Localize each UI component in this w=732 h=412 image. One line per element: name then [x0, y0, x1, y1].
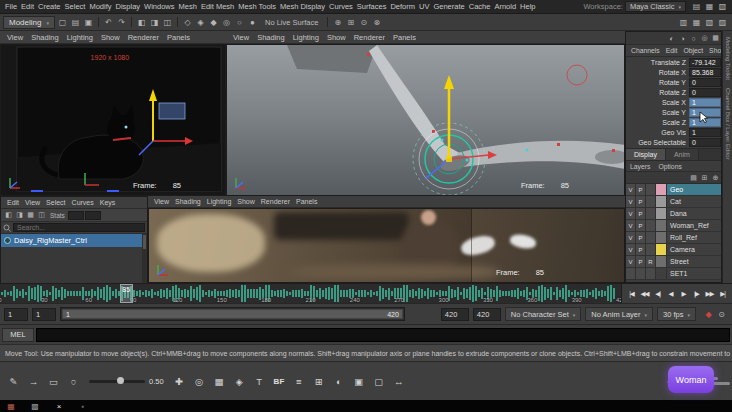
- layer-color-swatch[interactable]: [656, 184, 667, 195]
- divider[interactable]: [327, 17, 328, 27]
- layer-color-swatch[interactable]: [656, 268, 667, 279]
- layer-visibility-toggle[interactable]: V: [626, 256, 636, 267]
- menu-item[interactable]: Select: [63, 2, 88, 11]
- channel-box-menu-item[interactable]: Channels: [628, 47, 663, 54]
- window-layout-icon[interactable]: ▤: [690, 0, 703, 13]
- layer-playback-toggle[interactable]: [636, 268, 646, 279]
- layer-row[interactable]: V P Woman_Ref: [626, 220, 721, 232]
- layer-playback-toggle[interactable]: P: [636, 232, 646, 243]
- attribute-label[interactable]: Geo Selectable: [626, 139, 689, 146]
- snap-to-curve-icon[interactable]: ◈: [194, 16, 207, 29]
- menu-item[interactable]: Mesh Tools: [236, 2, 278, 11]
- attribute-value-field[interactable]: 0: [689, 88, 721, 97]
- panel-menu-item[interactable]: Show: [234, 198, 258, 205]
- text-tool-icon[interactable]: T: [251, 373, 268, 390]
- undo-icon[interactable]: ↶: [102, 16, 115, 29]
- layer-row[interactable]: V P Camera: [626, 244, 721, 256]
- character-set-dropdown[interactable]: No Character Set: [505, 307, 581, 321]
- step-back-frame-button[interactable]: ◀|: [651, 286, 664, 301]
- fps-dropdown[interactable]: 30 fps: [657, 307, 696, 321]
- layer-row[interactable]: V P R Street: [626, 256, 721, 268]
- attribute-label[interactable]: Scale Z: [626, 119, 689, 126]
- app-icon-1[interactable]: ▦: [6, 401, 16, 411]
- panel-menu-item[interactable]: Shading: [27, 33, 63, 42]
- channel-box-menu-item[interactable]: Show: [706, 47, 721, 54]
- layer-display-type-toggle[interactable]: [646, 184, 656, 195]
- menu-item[interactable]: Modify: [87, 2, 113, 11]
- current-time-marker[interactable]: 85: [120, 284, 133, 303]
- panel-menu-item[interactable]: Renderer: [124, 33, 163, 42]
- tool-settings-toggle-icon[interactable]: ▧: [703, 16, 716, 29]
- menu-item[interactable]: Mesh: [177, 2, 199, 11]
- panel-menu-item[interactable]: View: [229, 33, 253, 42]
- graph-spreadsheet-icon[interactable]: ▦: [25, 210, 36, 221]
- sidebar-vertical-tab[interactable]: Modeling Toolkit: [725, 37, 731, 80]
- manip-slow-icon[interactable]: ◐: [666, 33, 677, 44]
- rectangle-annotation-icon[interactable]: ▭: [45, 373, 62, 390]
- panel-menu-item[interactable]: Curves: [69, 199, 97, 206]
- layer-editor-tab[interactable]: Display: [626, 149, 666, 160]
- menu-item[interactable]: Help: [518, 2, 537, 11]
- channel-box-menu-item[interactable]: Object: [680, 47, 706, 54]
- diamond-icon[interactable]: ◈: [231, 373, 248, 390]
- graph-filter-icon[interactable]: ◧: [3, 210, 14, 221]
- layer-display-type-toggle[interactable]: [646, 268, 656, 279]
- attribute-value-field[interactable]: 1: [689, 98, 721, 107]
- app-icon-2[interactable]: ▩: [30, 401, 40, 411]
- attribute-value-field[interactable]: 0: [689, 138, 721, 147]
- video-viewport-canvas[interactable]: Frame:85: [148, 208, 625, 283]
- slider-track[interactable]: [89, 380, 145, 383]
- panel-menu-item[interactable]: Keys: [97, 199, 119, 206]
- menu-item[interactable]: Surfaces: [355, 2, 389, 11]
- woman-button[interactable]: Woman: [668, 366, 714, 393]
- panel-menu-item[interactable]: Show: [323, 33, 350, 42]
- layer-row[interactable]: V P Geo: [626, 184, 721, 196]
- layer-row[interactable]: SET1: [626, 268, 721, 280]
- select-component-icon[interactable]: ◫: [161, 16, 174, 29]
- graph-isolate-icon[interactable]: ◫: [36, 210, 47, 221]
- go-to-end-button[interactable]: ▶|: [716, 286, 729, 301]
- annotate-pencil-icon[interactable]: ✎: [5, 373, 22, 390]
- panel-menu-item[interactable]: Renderer: [258, 198, 293, 205]
- divider[interactable]: [98, 17, 99, 27]
- fit-width-icon[interactable]: ↔: [390, 373, 407, 390]
- channel-box-toggle-icon[interactable]: ▥: [677, 16, 690, 29]
- layer-row[interactable]: V P Cat: [626, 196, 721, 208]
- panel-menu-item[interactable]: View: [22, 199, 43, 206]
- menu-item[interactable]: File: [3, 2, 19, 11]
- panel-menu-item[interactable]: Panels: [389, 33, 420, 42]
- panel-menu-item[interactable]: Select: [43, 199, 68, 206]
- attribute-value-field[interactable]: 1: [689, 108, 721, 117]
- manip-medium-icon[interactable]: ◑: [677, 33, 688, 44]
- attribute-label[interactable]: Geo Vis: [626, 129, 689, 136]
- attribute-label[interactable]: Translate Z: [626, 59, 689, 66]
- redo-icon[interactable]: ↷: [115, 16, 128, 29]
- panel-menu-item[interactable]: Shading: [253, 33, 289, 42]
- panel-menu-item[interactable]: Show: [97, 33, 124, 42]
- panel-menu-item[interactable]: View: [151, 198, 172, 205]
- render-settings-icon[interactable]: ⊗: [370, 16, 383, 29]
- layer-color-swatch[interactable]: [656, 232, 667, 243]
- search-input[interactable]: [13, 223, 145, 232]
- layer-display-type-toggle[interactable]: [646, 196, 656, 207]
- graph-frame-icon[interactable]: ◨: [14, 210, 25, 221]
- panel-menu-item[interactable]: Lighting: [63, 33, 97, 42]
- attribute-editor-toggle-icon[interactable]: ▦: [690, 16, 703, 29]
- attribute-value-field[interactable]: 1: [689, 118, 721, 127]
- menu-item[interactable]: UV: [417, 2, 431, 11]
- menu-item[interactable]: Create: [36, 2, 63, 11]
- layer-playback-toggle[interactable]: P: [636, 220, 646, 231]
- screenshot-icon[interactable]: ▣: [350, 373, 367, 390]
- menu-item[interactable]: Edit Mesh: [199, 2, 236, 11]
- menu-item[interactable]: Edit: [19, 2, 36, 11]
- new-empty-layer-icon[interactable]: ⊞: [699, 172, 710, 183]
- render-current-frame-icon[interactable]: ⊞: [344, 16, 357, 29]
- animation-end-field[interactable]: 420: [473, 308, 501, 321]
- make-live-icon[interactable]: ●: [246, 16, 259, 29]
- ellipse-annotation-icon[interactable]: ○: [65, 373, 82, 390]
- playback-start-field[interactable]: 1: [32, 308, 56, 321]
- attribute-value-field[interactable]: 85.368: [689, 68, 721, 77]
- layer-row[interactable]: V P Roll_Ref: [626, 232, 721, 244]
- panel-menu-item[interactable]: Shading: [172, 198, 204, 205]
- add-icon[interactable]: ✚: [171, 373, 188, 390]
